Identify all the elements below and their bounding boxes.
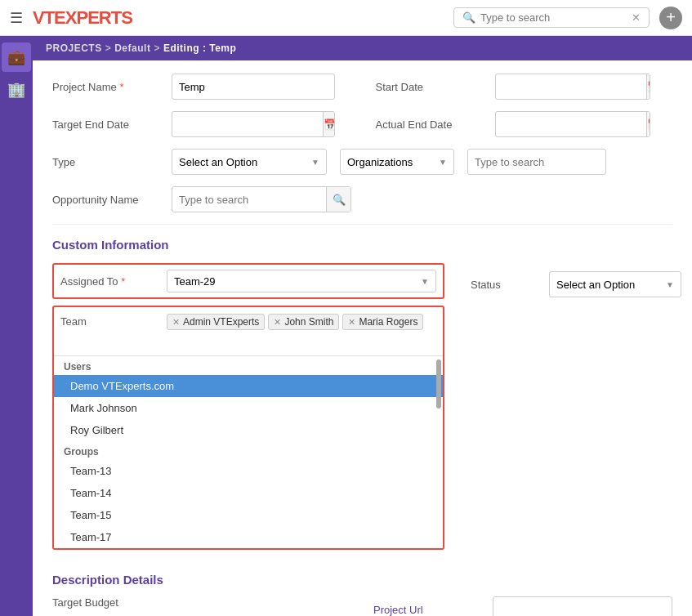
navbar: ☰ VTEXPERTS 🔍 ✕ + — [0, 0, 692, 36]
target-end-date-input[interactable] — [172, 115, 323, 134]
custom-section-title: Custom Information — [52, 238, 672, 252]
clear-search-icon[interactable]: ✕ — [632, 11, 641, 24]
assigned-required: * — [121, 275, 125, 288]
team-field: Team ✕ Admin VTExperts ✕ John S — [52, 306, 444, 550]
target-end-date-label: Target End Date — [52, 118, 158, 131]
logo-x: X — [65, 7, 77, 28]
status-label: Status — [471, 279, 536, 291]
actual-end-date-field[interactable]: 📅 — [495, 111, 650, 137]
dropdown-scrollbar[interactable] — [436, 356, 441, 548]
team-tag-2[interactable]: ✕ Maria Rogers — [342, 314, 423, 330]
type-dropdown[interactable]: Select an Option — [179, 156, 308, 168]
description-section-title: Description Details — [52, 573, 672, 587]
dropdown-item-team14[interactable]: Team-14 — [54, 482, 443, 504]
app-logo: VTEXPERTS — [33, 7, 132, 29]
groups-section-label: Groups — [54, 441, 443, 460]
dropdown-item-team13[interactable]: Team-13 — [54, 460, 443, 482]
search-icon: 🔍 — [462, 11, 475, 24]
breadcrumb-sep2: > — [154, 42, 160, 54]
org-search-field[interactable]: 🔍 — [467, 149, 606, 175]
target-budget-row: Target Budget — [52, 596, 347, 609]
opportunity-label: Opportunity Name — [52, 194, 158, 206]
scrollbar-thumb — [436, 359, 441, 408]
organizations-select[interactable]: Organizations ▼ — [340, 149, 454, 175]
opportunity-search-icon[interactable]: 🔍 — [326, 187, 350, 212]
dropdown-item-roy[interactable]: Roy Gilbert — [54, 419, 443, 441]
team-search-input[interactable] — [167, 333, 199, 349]
dropdown-item-mark[interactable]: Mark Johnson — [54, 397, 443, 419]
breadcrumb: PROJECTS > Default > Editing : Temp — [33, 36, 692, 60]
actual-end-date-input[interactable] — [496, 115, 646, 134]
team-tag-0[interactable]: ✕ Admin VTExperts — [167, 314, 265, 330]
briefcase-icon: 💼 — [7, 48, 25, 66]
team-tags-list: ✕ Admin VTExperts ✕ John Smith ✕ — [167, 312, 436, 352]
tag-remove-maria[interactable]: ✕ — [348, 317, 355, 328]
org-search-input[interactable] — [468, 153, 606, 172]
breadcrumb-root: PROJECTS — [46, 42, 102, 54]
assigned-to-dropdown[interactable]: Team-29 — [174, 275, 421, 288]
row-assigned-status: Assigned To * Team-29 ▼ Te — [52, 263, 672, 560]
sidebar: 💼 🏢 — [0, 36, 33, 616]
global-search-input[interactable] — [480, 11, 627, 24]
project-name-input[interactable] — [172, 74, 335, 100]
opportunity-input[interactable] — [172, 190, 326, 209]
tag-remove-john[interactable]: ✕ — [274, 317, 281, 328]
breadcrumb-sep1: > — [105, 42, 112, 54]
assigned-to-row: Assigned To * Team-29 ▼ — [52, 263, 444, 299]
project-url-input[interactable] — [493, 596, 672, 616]
breadcrumb-part2: Editing : Temp — [163, 42, 236, 54]
team-dropdown: Users Demo VTExperts.com Mark Johnson Ro… — [54, 355, 443, 548]
dropdown-item-demo[interactable]: Demo VTExperts.com — [54, 375, 443, 397]
status-row: Status Select an Option ▼ — [471, 271, 681, 297]
form-area: Project Name * Start Date 📅 — [33, 60, 692, 616]
required-marker: * — [119, 81, 123, 93]
actual-end-date-calendar-icon[interactable]: 📅 — [646, 112, 650, 136]
project-url-label: Project Url — [373, 604, 480, 616]
target-end-date-calendar-icon[interactable]: 📅 — [323, 112, 335, 136]
project-url-row: Project Url — [373, 596, 672, 616]
dropdown-item-team17[interactable]: Team-17 — [54, 526, 443, 548]
type-label: Type — [52, 156, 158, 168]
status-dropdown[interactable]: Select an Option — [556, 279, 663, 291]
app-layout: 💼 🏢 PROJECTS > Default > Editing : Temp … — [0, 36, 692, 616]
org-caret-icon: ▼ — [439, 158, 447, 167]
organizations-dropdown[interactable]: Organizations — [347, 156, 435, 168]
users-section-label: Users — [54, 356, 443, 375]
team-tags-area[interactable]: ✕ Admin VTExperts ✕ John Smith ✕ — [167, 312, 436, 352]
status-select[interactable]: Select an Option ▼ — [549, 271, 681, 297]
start-date-label: Start Date — [376, 81, 482, 93]
opportunity-field[interactable]: 🔍 — [172, 186, 351, 212]
description-section: Description Details Target Budget Priori… — [52, 573, 672, 616]
sidebar-item-organizations[interactable]: 🏢 — [2, 75, 31, 105]
main-content: PROJECTS > Default > Editing : Temp Proj… — [33, 36, 692, 616]
row-opportunity: Opportunity Name 🔍 — [52, 186, 672, 212]
add-button[interactable]: + — [659, 7, 682, 29]
building-icon: 🏢 — [7, 81, 25, 99]
actual-end-date-label: Actual End Date — [376, 118, 482, 131]
hamburger-icon[interactable]: ☰ — [10, 9, 23, 27]
sidebar-item-projects[interactable]: 💼 — [2, 42, 31, 72]
team-tag-1[interactable]: ✕ John Smith — [268, 314, 339, 330]
target-budget-label: Target Budget — [52, 596, 158, 609]
row-type: Type Select an Option ▼ Organizations ▼ … — [52, 149, 672, 175]
project-name-label: Project Name * — [52, 81, 158, 93]
assigned-select-wrap[interactable]: Team-29 ▼ — [167, 270, 436, 292]
row-end-dates: Target End Date 📅 Actual End Date 📅 — [52, 111, 672, 149]
assigned-caret-icon: ▼ — [421, 277, 429, 286]
start-date-calendar-icon[interactable]: 📅 — [646, 74, 650, 99]
start-date-field[interactable]: 📅 — [495, 74, 650, 100]
row-project-name: Project Name * Start Date 📅 — [52, 74, 672, 111]
type-caret-icon: ▼ — [311, 158, 319, 167]
dropdown-item-team15[interactable]: Team-15 — [54, 504, 443, 526]
start-date-input[interactable] — [496, 78, 646, 96]
type-select[interactable]: Select an Option ▼ — [172, 149, 327, 175]
breadcrumb-part1: Default — [114, 42, 150, 54]
status-caret-icon: ▼ — [666, 280, 674, 289]
tag-remove-admin[interactable]: ✕ — [172, 317, 180, 328]
target-end-date-field[interactable]: 📅 — [172, 111, 335, 137]
team-label: Team — [60, 312, 167, 328]
global-search[interactable]: 🔍 ✕ — [453, 7, 650, 28]
assigned-to-label: Assigned To * — [60, 275, 167, 288]
section-divider — [52, 224, 672, 225]
